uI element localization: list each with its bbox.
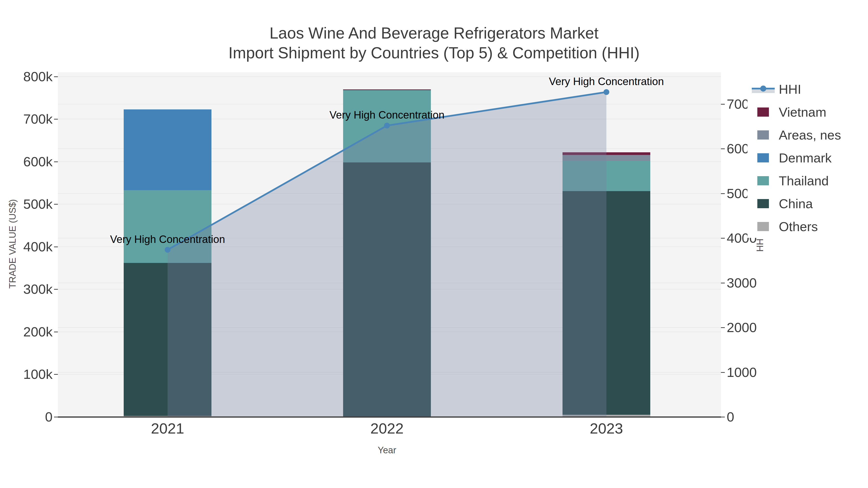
- y-right-tickmark: [721, 372, 725, 373]
- areas-nes-swatch-icon: [747, 130, 779, 139]
- y-left-tickmark: [54, 204, 58, 205]
- x-tick-2021: 2021: [119, 421, 216, 436]
- legend-item-china[interactable]: China: [747, 192, 868, 215]
- y-right-tickmark: [721, 149, 725, 149]
- chart-title-line2: Import Shipment by Countries (Top 5) & C…: [0, 43, 868, 63]
- y-right-tickmark: [721, 238, 725, 238]
- legend-item-thailand[interactable]: Thailand: [747, 169, 868, 192]
- others-swatch-icon: [747, 222, 779, 231]
- y-left-tick-700k: 700k: [0, 112, 53, 126]
- legend-label: Denmark: [779, 151, 832, 165]
- y-left-tickmark: [54, 289, 58, 290]
- hhi-line-legend-icon: [747, 84, 779, 94]
- y-left-tickmark: [54, 247, 58, 247]
- hhi-marker-2023: [603, 89, 609, 95]
- y-left-tick-500k: 500k: [0, 197, 53, 211]
- china-swatch-icon: [747, 199, 779, 208]
- legend-label: Vietnam: [779, 105, 826, 120]
- plot-area: Very High ConcentrationVery High Concent…: [58, 72, 721, 417]
- x-tick-2023: 2023: [558, 421, 655, 436]
- y-left-tick-600k: 600k: [0, 155, 53, 168]
- x-tick-2022: 2022: [339, 421, 435, 436]
- thailand-swatch-icon: [747, 176, 779, 185]
- y-left-tickmark: [54, 417, 58, 417]
- legend-item-denmark[interactable]: Denmark: [747, 146, 868, 169]
- y-left-tick-800k: 800k: [0, 70, 53, 84]
- x-axis-title: Year: [339, 445, 435, 455]
- y-left-tickmark: [54, 374, 58, 375]
- y-right-tick-1000: 1000: [727, 365, 799, 379]
- hhi-area-fill: [167, 92, 607, 417]
- y-right-tick-2000: 2000: [727, 321, 799, 334]
- legend-label: Areas, nes: [779, 128, 841, 142]
- y-left-tick-200k: 200k: [0, 325, 53, 338]
- annotation-2022: Very High Concentration: [267, 108, 507, 122]
- y-right-tickmark: [721, 104, 725, 105]
- legend-item-vietnam[interactable]: Vietnam: [747, 100, 868, 123]
- y-left-tickmark: [54, 119, 58, 120]
- legend-item-hhi[interactable]: HHI: [747, 77, 868, 100]
- chart-title: Laos Wine And Beverage Refrigerators Mar…: [0, 23, 868, 63]
- legend-item-areas-nes[interactable]: Areas, nes: [747, 123, 868, 146]
- legend-label: Others: [779, 219, 818, 234]
- vietnam-swatch-icon: [747, 107, 779, 117]
- y-right-tickmark: [721, 283, 725, 283]
- y-left-tick-100k: 100k: [0, 367, 53, 381]
- y-right-tick-0: 0: [727, 410, 799, 424]
- hhi-marker-2021: [165, 247, 170, 253]
- x-axis-line: [58, 416, 721, 418]
- y-left-tickmark: [54, 161, 58, 162]
- annotation-2021: Very High Concentration: [58, 233, 288, 246]
- legend-label: HHI: [779, 82, 801, 97]
- y-left-tickmark: [54, 76, 58, 77]
- annotation-2023: Very High Concentration: [486, 75, 721, 88]
- y-right-tick-3000: 3000: [727, 276, 799, 290]
- legend-label: China: [779, 196, 813, 211]
- y-right-tickmark: [721, 193, 725, 194]
- hhi-marker-2022: [384, 123, 390, 128]
- chart-title-line1: Laos Wine And Beverage Refrigerators Mar…: [0, 23, 868, 43]
- denmark-swatch-icon: [747, 153, 779, 162]
- y-left-tick-0: 0: [0, 410, 53, 424]
- y-left-tickmark: [54, 332, 58, 332]
- y-left-tick-300k: 300k: [0, 283, 53, 296]
- legend-label: Thailand: [779, 173, 829, 188]
- y-right-tickmark: [721, 417, 725, 417]
- legend: HHIVietnamAreas, nesDenmarkThailandChina…: [747, 77, 868, 238]
- legend-item-others[interactable]: Others: [747, 215, 868, 238]
- y-left-tick-400k: 400k: [0, 240, 53, 254]
- y-right-tickmark: [721, 327, 725, 328]
